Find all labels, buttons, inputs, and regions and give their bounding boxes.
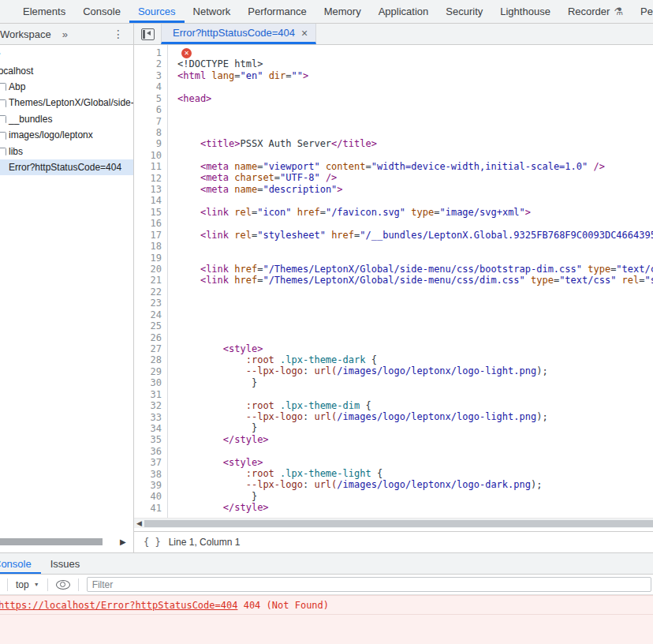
live-expression-eye-icon[interactable]: [56, 580, 70, 590]
panel-tab-perfor[interactable]: Perfor: [632, 0, 653, 23]
code-line-17[interactable]: <link rel="stylesheet" href="/__bundles/…: [177, 230, 653, 241]
line-number[interactable]: 22: [134, 286, 167, 298]
tree-item--bundles[interactable]: __bundles: [0, 111, 133, 127]
error-url-link[interactable]: https://localhost/Error?httpStatusCode=4…: [0, 600, 237, 611]
line-number[interactable]: 19: [134, 253, 167, 264]
code-line-16[interactable]: [177, 218, 653, 229]
close-icon[interactable]: ×: [301, 27, 308, 39]
line-number[interactable]: 15: [134, 207, 167, 218]
tree-item-libs[interactable]: libs: [0, 143, 133, 159]
line-number[interactable]: 10: [134, 150, 167, 161]
console-context-selector[interactable]: top ▼: [13, 579, 43, 590]
panel-tab-security[interactable]: Security: [437, 0, 491, 23]
panel-tab-application[interactable]: Application: [370, 0, 438, 23]
code-line-2[interactable]: <!DOCTYPE html>: [177, 58, 653, 69]
code-line-5[interactable]: <head>: [177, 93, 653, 104]
drawer-tab-console[interactable]: Console: [0, 553, 41, 574]
line-number[interactable]: 20: [134, 264, 167, 275]
file-tab-error[interactable]: Error?httpStatusCode=404 ×: [161, 24, 316, 44]
panel-tab-network[interactable]: Network: [185, 0, 240, 23]
tree-item-localhost[interactable]: localhost: [0, 62, 133, 78]
code-line-31[interactable]: [177, 388, 653, 399]
panel-tab-performance[interactable]: Performance: [239, 0, 315, 23]
code-line-36[interactable]: [177, 445, 653, 456]
code-line-6[interactable]: [177, 104, 653, 115]
line-number[interactable]: 6: [134, 104, 167, 115]
toggle-navigator-button[interactable]: [134, 24, 161, 44]
line-number[interactable]: 25: [134, 320, 167, 331]
code-line-13[interactable]: <meta name="description">: [177, 184, 653, 195]
tree-item-error-httpstatuscode-404[interactable]: Error?httpStatusCode=404: [0, 159, 133, 175]
sidebar-horizontal-scrollbar[interactable]: ▶: [0, 537, 134, 547]
code-line-32[interactable]: :root .lpx-theme-dim {: [177, 400, 653, 411]
line-number[interactable]: 1: [134, 47, 167, 58]
line-number[interactable]: 21: [134, 275, 167, 286]
line-number-gutter[interactable]: 1234567891011121314151617181920212223242…: [134, 45, 168, 518]
line-number[interactable]: 14: [134, 195, 167, 206]
code-line-28[interactable]: :root .lpx-theme-dark {: [177, 354, 653, 365]
line-number[interactable]: 37: [134, 457, 167, 468]
code-line-40[interactable]: }: [177, 491, 653, 502]
panel-tab-recorder[interactable]: Recorder⚗: [559, 0, 632, 23]
line-number[interactable]: 26: [134, 332, 167, 343]
line-number[interactable]: 38: [134, 469, 167, 480]
code-line-15[interactable]: <link rel="icon" href="/favicon.svg" typ…: [177, 207, 653, 218]
code-line-4[interactable]: [177, 81, 653, 92]
code-line-30[interactable]: }: [177, 377, 653, 388]
code-line-23[interactable]: [177, 298, 653, 309]
console-filter-input[interactable]: [87, 577, 651, 592]
code-line-8[interactable]: [177, 127, 653, 138]
scrollbar-thumb[interactable]: [144, 520, 653, 527]
code-line-24[interactable]: [177, 309, 653, 320]
code-line-38[interactable]: :root .lpx-theme-light {: [177, 468, 653, 479]
code-line-11[interactable]: <meta name="viewport" content="width=dev…: [177, 161, 653, 172]
panel-tab-sources[interactable]: Sources: [129, 0, 185, 23]
code-line-20[interactable]: <link href="/Themes/LeptonX/Global/side-…: [177, 264, 653, 275]
code-line-22[interactable]: [177, 286, 653, 298]
code-line-27[interactable]: <style>: [177, 343, 653, 354]
more-options-icon[interactable]: ⋮: [113, 28, 124, 40]
code-line-10[interactable]: [177, 150, 653, 161]
tree-item-images-logo-leptonx[interactable]: images/logo/leptonx: [0, 127, 133, 143]
code-line-7[interactable]: [177, 115, 653, 126]
more-tabs-icon[interactable]: »: [62, 28, 68, 40]
line-number[interactable]: 34: [134, 423, 167, 434]
code-line-35[interactable]: </style>: [177, 434, 653, 445]
line-number[interactable]: 12: [134, 173, 167, 184]
line-number[interactable]: 2: [134, 58, 167, 69]
code-line-29[interactable]: --lpx-logo: url(/images/logo/leptonx/log…: [177, 365, 653, 376]
line-number[interactable]: 30: [134, 377, 167, 388]
code-line-1[interactable]: ✕: [177, 47, 653, 58]
code-line-21[interactable]: <link href="/Themes/LeptonX/Global/side-…: [177, 275, 653, 286]
line-number[interactable]: 31: [134, 389, 167, 400]
line-number[interactable]: 32: [134, 400, 167, 411]
line-number[interactable]: 5: [134, 93, 167, 104]
scrollbar-thumb[interactable]: [0, 538, 103, 545]
panel-tab-memory[interactable]: Memory: [315, 0, 370, 23]
code-line-33[interactable]: --lpx-logo: url(/images/logo/leptonx/log…: [177, 411, 653, 422]
code-line-26[interactable]: [177, 331, 653, 343]
panel-tab-elements[interactable]: Elements: [14, 0, 74, 23]
line-number[interactable]: 11: [134, 161, 167, 172]
line-number[interactable]: 35: [134, 434, 167, 445]
code-line-14[interactable]: [177, 195, 653, 206]
line-number[interactable]: 3: [134, 70, 167, 81]
line-number[interactable]: 28: [134, 354, 167, 365]
line-number[interactable]: 36: [134, 446, 167, 457]
drawer-tab-issues[interactable]: Issues: [41, 553, 90, 574]
scroll-right-arrow-icon[interactable]: ▶: [120, 537, 126, 546]
code-line-37[interactable]: <style>: [177, 457, 653, 468]
line-number[interactable]: 39: [134, 480, 167, 491]
code-line-34[interactable]: }: [177, 422, 653, 433]
code-line-9[interactable]: <title>PSSX Auth Server</title>: [177, 138, 653, 149]
code-line-12[interactable]: <meta charset="UTF-8" />: [177, 172, 653, 183]
tree-item-abp[interactable]: Abp: [0, 79, 133, 95]
line-number[interactable]: 23: [134, 298, 167, 309]
line-number[interactable]: 24: [134, 309, 167, 320]
panel-tab-console[interactable]: Console: [74, 0, 129, 23]
line-number[interactable]: 33: [134, 412, 167, 423]
line-number[interactable]: 40: [134, 491, 167, 502]
line-number[interactable]: 13: [134, 184, 167, 195]
line-number[interactable]: 17: [134, 230, 167, 241]
scroll-left-arrow-icon[interactable]: ◀: [134, 519, 144, 527]
